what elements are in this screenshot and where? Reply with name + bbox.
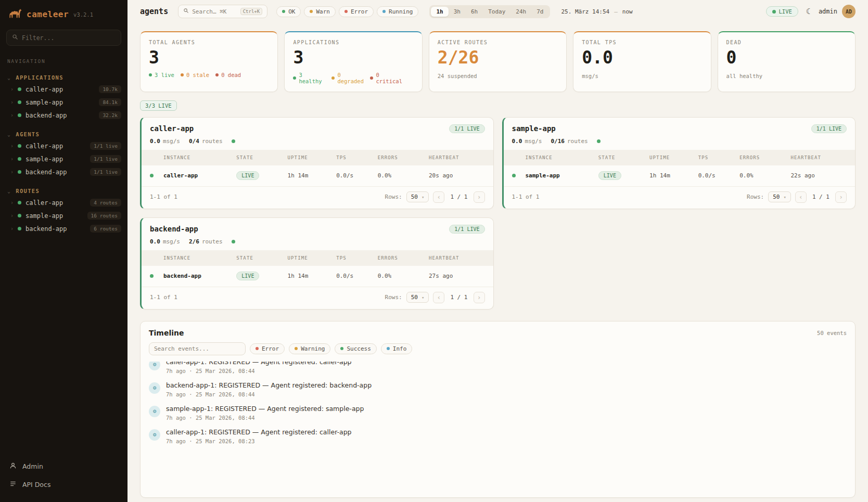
sidebar-filter[interactable] [6, 30, 121, 46]
filter-chip-error[interactable]: Error [339, 6, 374, 17]
global-search[interactable]: Ctrl+K [178, 5, 267, 18]
range-6h[interactable]: 6h [466, 7, 483, 17]
filter-chip-ok[interactable]: OK [276, 6, 301, 17]
app-card-sample-app: sample-app 1/1 LIVE 0.0msg/s 0/16routes … [502, 117, 856, 209]
sidebar-section-routes: ⌄ ROUTES › caller-app 4 routes › sample-… [0, 186, 127, 235]
section-header-routes[interactable]: ⌄ ROUTES [0, 186, 127, 196]
chevron-down-icon: ⌄ [7, 132, 11, 137]
sidebar-filter-input[interactable] [22, 34, 116, 42]
section-label: ROUTES [16, 188, 40, 194]
nav-section-label: NAVIGATION [0, 48, 127, 65]
rows-per-page-select[interactable]: 50▾ [406, 191, 429, 202]
live-dot [149, 73, 152, 76]
live-indicator[interactable]: LIVE [766, 6, 798, 17]
stat-sub-text: 3 live [155, 72, 174, 78]
uptime-cell: 1h 14m [288, 172, 337, 179]
sidebar-item-agent-sample-app[interactable]: › sample-app 1/1 live [0, 152, 127, 165]
sidebar-item-routes-sample-app[interactable]: › sample-app 16 routes [0, 209, 127, 222]
dark-mode-toggle-icon[interactable]: ☾ [806, 7, 811, 16]
health-dot [232, 240, 235, 243]
state-badge: LIVE [236, 171, 259, 180]
tps-unit: msg/s [163, 238, 180, 245]
range-7d[interactable]: 7d [531, 7, 548, 17]
table-row[interactable]: backend-app LIVE 1h 14m 0.0/s 0.0% 27s a… [142, 266, 493, 287]
range-1h[interactable]: 1h [431, 7, 448, 17]
item-badge: 10.7k [99, 85, 121, 93]
next-page-button[interactable]: › [474, 191, 485, 203]
table-row[interactable]: sample-app LIVE 1h 14m 0.0/s 0.0% 22s ag… [504, 165, 856, 186]
stat-dead: DEAD 0 all healthy [718, 31, 856, 92]
timeline-events[interactable]: ⚙ caller-app-1: REGISTERED — Agent regis… [141, 362, 855, 492]
stat-value: 3 [149, 48, 269, 68]
sidebar-item-sample-app[interactable]: › sample-app 84.1k [0, 96, 127, 109]
filter-chip-warn[interactable]: Warn [304, 6, 336, 17]
table-footer: 1-1 of 1 Rows: 50▾ ‹ 1 / 1 › [142, 186, 493, 209]
admin-link[interactable]: Admin [0, 457, 127, 475]
app-root: cameleer v3.2.1 NAVIGATION ⌄ APPLICATION… [0, 0, 868, 502]
chevron-right-icon: › [10, 143, 14, 149]
sidebar-item-agent-backend-app[interactable]: › backend-app 1/1 live [0, 165, 127, 178]
filter-chip-running[interactable]: Running [377, 6, 418, 17]
timeline-event[interactable]: ⚙ sample-app-1: REGISTERED — Agent regis… [141, 401, 855, 424]
rows-per-page-select[interactable]: 50▾ [768, 191, 791, 202]
timeline-chip-error[interactable]: Error [250, 343, 285, 354]
rows-value: 50 [773, 194, 780, 200]
stat-label: ACTIVE ROUTES [438, 40, 558, 45]
state-badge: LIVE [598, 171, 621, 180]
app-card-stats: 0.0msg/s 0/4routes [142, 138, 493, 150]
col-uptime: UPTIME [288, 255, 337, 261]
timeline-chip-warning[interactable]: Warning [289, 343, 330, 354]
user-name: admin [819, 8, 837, 15]
timeline-chip-info[interactable]: Info [381, 343, 413, 354]
instance-name: sample-app [526, 172, 598, 179]
sidebar-item-caller-app[interactable]: › caller-app 10.7k [0, 83, 127, 96]
col-errors: ERRORS [739, 155, 790, 160]
rows-label: Rows: [385, 194, 402, 200]
degraded-dot [331, 76, 335, 80]
sidebar-item-backend-app[interactable]: › backend-app 32.2k [0, 109, 127, 122]
range-24h[interactable]: 24h [510, 7, 531, 17]
api-docs-link[interactable]: API Docs [0, 475, 127, 494]
date-separator: — [614, 8, 618, 15]
chevron-right-icon: › [10, 156, 14, 162]
sidebar-item-routes-backend-app[interactable]: › backend-app 6 routes [0, 222, 127, 235]
prev-page-button[interactable]: ‹ [795, 191, 807, 203]
sidebar-footer: Admin API Docs [0, 453, 127, 502]
stat-applications: APPLICATIONS 3 3 healthy 0 degraded 0 cr… [284, 31, 422, 92]
section-header-applications[interactable]: ⌄ APPLICATIONS [0, 72, 127, 83]
timeline-event[interactable]: ⚙ caller-app-1: REGISTERED — Agent regis… [141, 362, 855, 378]
app-name: cameleer [27, 9, 69, 19]
errors-cell: 0.0% [378, 273, 429, 279]
timeline-search[interactable] [149, 342, 246, 355]
timeline-search-input[interactable] [154, 345, 240, 352]
chevron-down-icon: ▾ [422, 195, 424, 200]
sidebar-section-agents: ⌄ AGENTS › caller-app 1/1 live › sample-… [0, 129, 127, 178]
sidebar-item-routes-caller-app[interactable]: › caller-app 4 routes [0, 196, 127, 209]
instance-status-dot [150, 274, 154, 278]
item-badge: 1/1 live [90, 142, 121, 150]
timeline-event[interactable]: ⚙ caller-app-1: REGISTERED — Agent regis… [141, 424, 855, 448]
stat-sub-text: 0 dead [221, 72, 241, 78]
stat-value: 3 [293, 48, 413, 68]
stat-label: DEAD [726, 40, 847, 45]
rows-per-page-select[interactable]: 50▾ [406, 292, 429, 303]
table-row[interactable]: caller-app LIVE 1h 14m 0.0/s 0.0% 20s ag… [142, 165, 493, 186]
range-today[interactable]: Today [483, 7, 510, 17]
chevron-down-icon: ⌄ [7, 75, 11, 81]
timeline-event[interactable]: ⚙ backend-app-1: REGISTERED — Agent regi… [141, 378, 855, 401]
next-page-button[interactable]: › [835, 191, 847, 203]
avatar[interactable]: AD [842, 5, 856, 18]
prev-page-button[interactable]: ‹ [433, 292, 444, 303]
api-docs-label: API Docs [22, 481, 50, 488]
range-3h[interactable]: 3h [449, 7, 466, 17]
next-page-button[interactable]: › [474, 292, 485, 303]
stat-sub: 0 degraded [331, 72, 364, 84]
section-header-agents[interactable]: ⌄ AGENTS [0, 129, 127, 139]
timeline-chip-success[interactable]: Success [335, 343, 376, 354]
global-search-input[interactable] [192, 8, 237, 15]
routes-value: 0/16 [551, 138, 565, 145]
app-live-badge: 1/1 LIVE [811, 124, 847, 133]
prev-page-button[interactable]: ‹ [433, 191, 444, 203]
chip-label: OK [288, 8, 295, 15]
sidebar-item-agent-caller-app[interactable]: › caller-app 1/1 live [0, 139, 127, 152]
